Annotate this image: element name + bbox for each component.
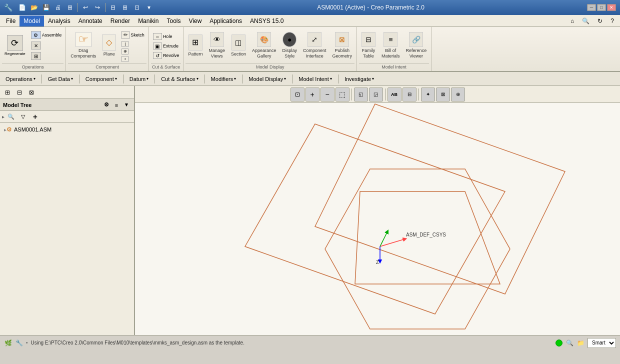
sketch-btn[interactable]: ✏ Sketch (120, 30, 146, 40)
t2-ops-arrow: ▾ (34, 76, 36, 81)
save-btn[interactable]: 💾 (40, 2, 52, 13)
new-btn[interactable]: 📄 (16, 2, 28, 13)
display-style-btn[interactable]: ● DisplayStyle (280, 30, 300, 60)
point-btn[interactable]: • (120, 56, 146, 62)
menu-zoom-icon[interactable]: 🔍 (578, 16, 594, 26)
sidebar-top-icons: ⊞ ⊟ ⊠ (0, 86, 134, 99)
pattern-label: Pattern (188, 52, 202, 57)
ribbon-btns-intent: ⊟ FamilyTable ≡ Bill ofMaterials 🔗 Refer… (359, 28, 429, 63)
display-btn[interactable]: ⊞ (120, 2, 130, 13)
close-btn[interactable]: ✕ (607, 4, 616, 11)
revolve-btn[interactable]: ↺ Revolve (151, 51, 182, 60)
t2-get-data[interactable]: Get Data ▾ (44, 74, 76, 84)
minimize-btn[interactable]: ─ (587, 4, 596, 11)
spin-center-btn[interactable]: ⊕ (451, 88, 465, 102)
print-btn[interactable]: 🖨 (52, 2, 64, 13)
reference-viewer-btn[interactable]: 🔗 ReferenceViewer (404, 30, 430, 60)
section-btn[interactable]: ◫ Section (228, 30, 248, 60)
menu-refresh-icon[interactable]: ↻ (594, 16, 606, 26)
status-icon3[interactable]: 📁 (576, 339, 584, 347)
menu-model[interactable]: Model (20, 16, 44, 26)
undo-btn[interactable]: ↩ (80, 2, 91, 13)
cross-btn[interactable]: ✕ (29, 40, 64, 50)
menu-help-icon[interactable]: ? (606, 16, 618, 26)
sidebar-expand-icon[interactable]: ▾ (122, 100, 131, 110)
bill-of-materials-btn[interactable]: ≡ Bill ofMaterials (379, 30, 402, 60)
sidebar-settings-icon[interactable]: ⚙ (102, 100, 111, 110)
family-table-btn[interactable]: ⊟ FamilyTable (359, 30, 378, 60)
zoom-out-btn[interactable]: − (320, 88, 334, 102)
t2-datum-arrow: ▾ (146, 76, 148, 81)
menu-search-icon[interactable]: ⌂ (566, 16, 578, 26)
appearance-gallery-label: AppearanceGallery (252, 48, 276, 59)
hidden-line-btn[interactable]: ◲ (369, 88, 383, 102)
t2-operations[interactable]: Operations ▾ (2, 74, 39, 84)
sidebar-list-icon[interactable]: ≡ (112, 100, 121, 110)
menu-view[interactable]: View (185, 16, 206, 26)
sidebar-add-icon[interactable]: ＋ (30, 112, 40, 122)
menu-ansys[interactable]: ANSYS 15.0 (246, 16, 288, 26)
cosmetic-btn[interactable]: ⊠ (436, 88, 450, 102)
svg-marker-2 (325, 169, 510, 329)
menu-annotate[interactable]: Annotate (74, 16, 106, 26)
menu-file[interactable]: File (2, 16, 20, 26)
text-btn[interactable]: AB (388, 88, 402, 102)
cs-btn[interactable]: ⊕ (120, 48, 146, 55)
drag-components-btn[interactable]: ☞ DragComponents (68, 30, 98, 60)
extrude-btn[interactable]: ▣ Extrude (151, 42, 182, 50)
t2-investigate[interactable]: Investigate ▾ (341, 74, 378, 84)
t2-component[interactable]: Component ▾ (82, 74, 120, 84)
regenerate-btn[interactable]: ⟳ Regenerate (2, 30, 28, 60)
status-right: 🔍 📁 Smart (556, 338, 616, 348)
open-btn[interactable]: 📂 (28, 2, 40, 13)
saved-views-btn[interactable]: ⊟ (402, 88, 416, 102)
hole-btn[interactable]: ○ Hole (151, 32, 182, 41)
assemble-btn[interactable]: ⚙ Assemble (29, 30, 64, 40)
publish-geometry-btn[interactable]: ⊠ PublishGeometry (330, 30, 355, 60)
menu-manikin[interactable]: Manikin (134, 16, 162, 26)
zoom-fit-btn[interactable]: ⊡ (290, 88, 304, 102)
appearance-gallery-btn[interactable]: 🎨 AppearanceGallery (250, 30, 279, 60)
t2-mod-arrow: ▾ (234, 76, 236, 81)
t2-inv-label: Investigate (344, 76, 371, 82)
repaint-btn[interactable]: ⬚ (336, 88, 350, 102)
view-toggle[interactable]: ⊟ (108, 2, 118, 13)
component-interface-btn[interactable]: ⤢ ComponentInterface (300, 30, 329, 60)
sidebar-icon-grid[interactable]: ⊞ (2, 87, 13, 98)
quickbar-btn[interactable]: ⊡ (132, 2, 142, 13)
sidebar-filter-icon[interactable]: ▽ (18, 112, 28, 122)
t2-model-intent[interactable]: Model Intent ▾ (295, 74, 336, 84)
pattern-btn[interactable]: ⊞ Pattern (186, 30, 205, 60)
t2-datum[interactable]: Datum ▾ (126, 74, 152, 84)
menu-tools[interactable]: Tools (162, 16, 184, 26)
t2-model-display[interactable]: Model Display ▾ (245, 74, 290, 84)
viewport[interactable]: ASM_DEF_CSYS Z (135, 103, 620, 335)
sidebar-icon-list[interactable]: ⊟ (14, 87, 25, 98)
ribbon-group-component: ☞ DragComponents ◇ Plane ✏ Sketch | ⊕ (66, 27, 149, 71)
drag-components-label: DragComponents (70, 48, 96, 59)
axis-btn[interactable]: | (120, 40, 146, 48)
t2-mod-label: Modifiers (211, 76, 234, 82)
qa-arrow[interactable]: ▾ (144, 2, 154, 13)
menu-analysis[interactable]: Analysis (44, 16, 74, 26)
zoom-in-btn[interactable]: + (306, 88, 320, 102)
menu-applications[interactable]: Applications (206, 16, 246, 26)
t2-cut-surface[interactable]: Cut & Surface ▾ (158, 74, 202, 84)
status-icon2[interactable]: 🔍 (566, 339, 574, 347)
smart-select[interactable]: Smart (588, 338, 616, 348)
sidebar-icon-tree[interactable]: ⊠ (26, 87, 37, 98)
snap-grid-btn[interactable]: ✦ (421, 88, 435, 102)
sidebar-filter-arrow[interactable]: ▸ (2, 114, 4, 120)
extra-btn[interactable]: ⊞ (29, 51, 64, 61)
menu-render[interactable]: Render (106, 16, 134, 26)
sidebar-search-icon[interactable]: 🔍 (6, 112, 16, 122)
manage-views-btn[interactable]: 👁 ManageViews (206, 30, 228, 60)
maximize-btn[interactable]: □ (597, 4, 606, 11)
tb2-btn[interactable]: ⊞ (64, 2, 76, 13)
t2-modifiers[interactable]: Modifiers ▾ (208, 74, 240, 84)
tree-item-asm0001[interactable]: ▸ ⚙ ASM0001.ASM (2, 125, 132, 134)
plane-btn[interactable]: ◇ Plane (100, 30, 118, 60)
wireframe-btn[interactable]: ◱ (354, 88, 368, 102)
app-icon: 🔧 (4, 4, 12, 12)
redo-btn[interactable]: ↪ (92, 2, 103, 13)
